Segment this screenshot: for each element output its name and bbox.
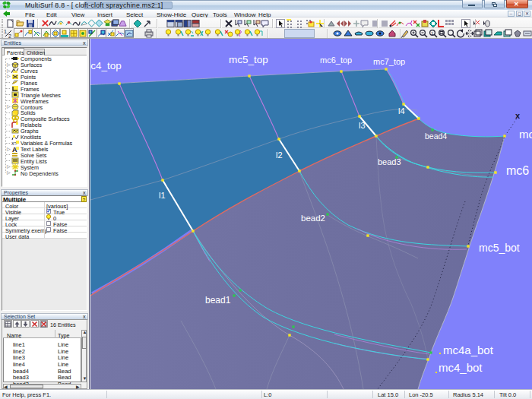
svg-text:l2: l2 — [276, 150, 283, 160]
svg-text:l4: l4 — [398, 106, 405, 116]
svg-text:mc6: mc6 — [506, 164, 529, 177]
svg-text:bead4: bead4 — [425, 131, 447, 141]
svg-text:x: x — [515, 111, 521, 120]
svg-text:l3: l3 — [359, 121, 366, 130]
svg-text:bead1: bead1 — [205, 295, 231, 306]
svg-text:1: 1 — [4, 29, 7, 34]
svg-text:mc4_bot: mc4_bot — [439, 361, 483, 374]
svg-text:mc4a_bot: mc4a_bot — [443, 344, 494, 356]
svg-text:mc7_top: mc7_top — [373, 57, 405, 66]
svg-text:mc6_top: mc6_top — [320, 55, 352, 65]
svg-text:mc5_bot: mc5_bot — [479, 242, 520, 254]
svg-text:bead2: bead2 — [301, 214, 325, 223]
svg-text:l1: l1 — [159, 191, 166, 200]
svg-text:mc4_top: mc4_top — [90, 60, 122, 71]
svg-text:bead3: bead3 — [378, 157, 401, 166]
svg-text:mc: mc — [519, 128, 532, 141]
svg-text:mc5_top: mc5_top — [229, 54, 268, 65]
svg-text:2: 2 — [8, 33, 11, 38]
